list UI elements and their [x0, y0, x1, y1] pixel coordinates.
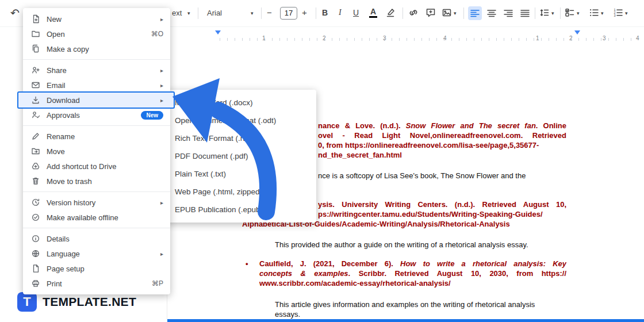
menu-item-details[interactable]: Details [23, 231, 170, 246]
menu-item-make-a-copy[interactable]: Make a copy [23, 41, 170, 56]
insert-link-icon[interactable] [408, 7, 419, 18]
approvals-icon [31, 110, 40, 120]
font-size-input[interactable]: 17 [280, 7, 297, 20]
email-icon [31, 80, 40, 90]
submenu-arrow-icon: ▸ [160, 82, 163, 89]
chevron-down-icon: ▾ [625, 10, 628, 16]
page-setup-icon [31, 264, 40, 273]
shortcut-label: ⌘O [151, 30, 163, 38]
reference-line: 0, from https://onlinereadfreenovel.com/… [318, 140, 566, 150]
menu-item-language[interactable]: Language ▸ [23, 246, 170, 261]
toolbar-divider [463, 7, 464, 19]
submenu-item-docx[interactable]: Microsoft Word (.docx) [166, 94, 316, 112]
italic-button[interactable]: I [339, 8, 342, 17]
menu-item-new[interactable]: New ▸ [23, 12, 170, 26]
new-badge: New [141, 111, 163, 120]
reference-line: nd_the_secret_fan.html [318, 150, 402, 160]
download-icon [31, 95, 40, 105]
chevron-down-icon: ▾ [187, 10, 190, 16]
increase-font-size-button[interactable]: + [302, 7, 307, 17]
text-color-swatch [369, 16, 377, 18]
menu-item-email[interactable]: Email ▸ [23, 78, 170, 93]
template-net-logo: T TEMPLATE.NET [17, 292, 136, 312]
reference-line: concepts & examples. Scribbr. Retrieved … [259, 269, 566, 278]
align-left-button[interactable] [468, 6, 482, 20]
toolbar-divider [535, 7, 535, 19]
version-history-icon [31, 198, 40, 207]
svg-text:3: 3 [614, 14, 616, 17]
toolbar-divider [261, 7, 262, 19]
folder-open-icon [31, 29, 40, 39]
menu-item-open[interactable]: Open ⌘O [23, 26, 170, 41]
line-spacing-icon[interactable] [539, 7, 550, 18]
menu-divider [23, 59, 170, 60]
chevron-down-icon: ▾ [454, 10, 457, 16]
toolbar-divider [560, 7, 561, 19]
bulleted-list-icon[interactable] [589, 7, 599, 18]
menu-item-add-shortcut-to-drive[interactable]: Add shortcut to Drive [23, 159, 170, 174]
shortcut-label: ⌘P [152, 279, 163, 288]
reference-line: nance & Love. (n.d.). Snow Flower and Th… [318, 121, 566, 131]
download-submenu: Microsoft Word (.docx) OpenDocument Form… [166, 90, 316, 223]
submenu-arrow-icon: ▸ [160, 200, 163, 206]
chevron-down-icon: ▾ [601, 10, 604, 16]
menu-item-page-setup[interactable]: Page setup [23, 261, 170, 276]
menu-item-move-to-trash[interactable]: Move to trash [23, 174, 170, 189]
ruler-number: 2 [323, 35, 326, 41]
align-right-button[interactable] [501, 6, 515, 20]
menu-item-rename[interactable]: Rename [23, 129, 170, 144]
numbered-list-icon[interactable]: 1 2 3 [613, 7, 623, 18]
font-family-dropdown[interactable]: Arial [207, 9, 222, 17]
decrease-font-size-button[interactable]: − [267, 7, 272, 17]
menu-item-print[interactable]: Print ⌘P [23, 276, 170, 291]
chevron-down-icon: ▾ [551, 10, 554, 16]
bold-button[interactable]: B [322, 8, 328, 17]
ruler-number: 2 [569, 35, 573, 41]
ruler-number: 1 [262, 35, 266, 41]
submenu-item-odt[interactable]: OpenDocument Format (.odt) [166, 112, 316, 129]
submenu-item-html[interactable]: Web Page (.html, zipped) [166, 183, 316, 201]
submenu-item-epub[interactable]: EPUB Publication (.epub) [166, 201, 316, 218]
drive-shortcut-icon [31, 162, 40, 171]
menu-item-download[interactable]: Download ▸ [23, 93, 170, 108]
ruler-number: 1 [536, 35, 539, 41]
copy-icon [31, 44, 40, 53]
undo-icon[interactable]: ↶ [10, 6, 20, 20]
checklist-icon[interactable] [565, 7, 575, 18]
submenu-item-txt[interactable]: Plain Text (.txt) [166, 165, 316, 183]
reference-line: ps://writingcenter.tamu.edu/Students/Wri… [318, 209, 566, 219]
reference-line: ovel - Read Light Novel,onlinereadfreeno… [318, 131, 566, 140]
reference-line: www.scribbr.com/academic-essay/rhetorica… [259, 278, 451, 288]
paragraph-style-dropdown[interactable]: ext [172, 9, 182, 17]
menu-item-approvals[interactable]: Approvals New [23, 108, 170, 122]
ruler-ticks [220, 38, 638, 41]
align-left-icon [470, 8, 480, 18]
logo-text: TEMPLATE.NET [43, 295, 136, 309]
submenu-item-pdf[interactable]: PDF Document (.pdf) [166, 147, 316, 165]
print-icon [31, 279, 40, 288]
toolbar-divider [316, 7, 316, 19]
justify-icon [520, 8, 530, 18]
menu-item-move[interactable]: Move [23, 144, 170, 159]
highlight-color-icon[interactable] [385, 7, 396, 18]
globe-icon [31, 249, 40, 258]
submenu-item-rtf[interactable]: Rich Text Format (.rtf) [166, 129, 316, 147]
insert-image-icon[interactable] [442, 7, 452, 18]
add-comment-icon[interactable] [425, 7, 436, 18]
menu-item-make-available-offline[interactable]: Make available offline [23, 210, 170, 225]
text-color-button[interactable]: A [369, 7, 378, 18]
ruler-number: 4 [443, 35, 447, 41]
body-line: essays. [275, 309, 300, 319]
menu-item-share[interactable]: Share ▸ [23, 63, 170, 78]
offline-check-icon [31, 213, 40, 222]
justify-button[interactable] [518, 6, 532, 20]
bullet-icon: • [246, 259, 248, 269]
reference-line: ysis. University Writing Centers. (n.d.)… [318, 200, 566, 209]
align-center-icon [486, 8, 497, 18]
indent-marker[interactable] [574, 30, 580, 34]
menu-item-version-history[interactable]: Version history ▸ [23, 195, 170, 210]
align-center-button[interactable] [485, 6, 499, 20]
body-line: This provided the author a guide on the … [275, 240, 528, 250]
indent-marker[interactable] [215, 30, 221, 34]
underline-button[interactable]: U [353, 8, 359, 17]
